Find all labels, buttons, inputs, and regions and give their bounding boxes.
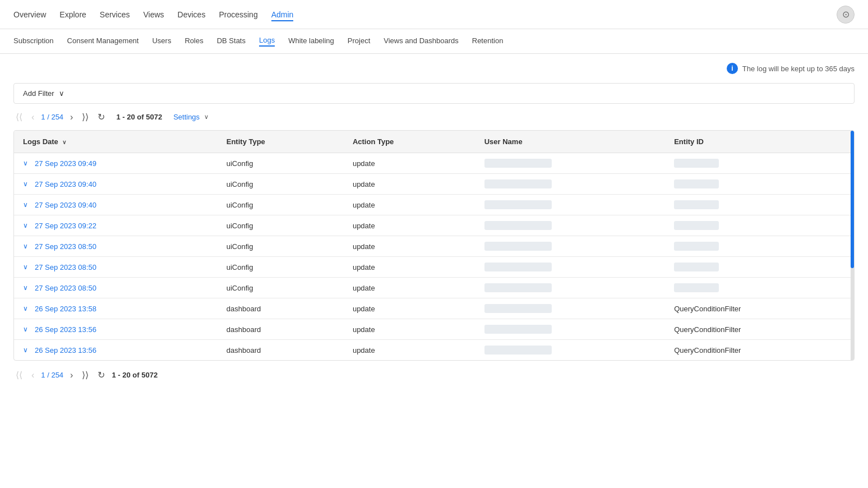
col-entity-type: Entity Type xyxy=(218,131,344,153)
prev-page-button[interactable]: ‹ xyxy=(29,111,36,123)
scrollbar[interactable] xyxy=(851,131,854,360)
entity-id-blurred xyxy=(674,221,719,230)
entity-id-cell: QueryConditionFilter xyxy=(665,319,854,340)
col-logs-date[interactable]: Logs Date ∨ xyxy=(14,131,218,153)
info-icon: i xyxy=(727,63,738,74)
user-name-blurred xyxy=(484,263,552,271)
expand-date-cell: ∨ 27 Sep 2023 08:50 xyxy=(23,242,209,251)
row-expand-button[interactable]: ∨ xyxy=(23,325,28,333)
action-type-cell: update xyxy=(344,278,475,298)
main-content: i The log will be kept up to 365 days Ad… xyxy=(0,54,868,390)
entity-type-cell: uiConfig xyxy=(218,174,344,195)
row-expand-button[interactable]: ∨ xyxy=(23,346,28,354)
row-expand-button[interactable]: ∨ xyxy=(23,284,28,292)
bottom-next-page-button[interactable]: › xyxy=(68,369,75,381)
subnav-logs[interactable]: Logs xyxy=(259,36,275,47)
user-name-cell xyxy=(475,215,666,236)
nav-views[interactable]: Views xyxy=(144,8,164,21)
subnav-db-stats[interactable]: DB Stats xyxy=(217,36,246,46)
filter-bar[interactable]: Add Filter ∨ xyxy=(13,83,855,104)
subnav-roles[interactable]: Roles xyxy=(184,36,203,46)
expand-date-cell: ∨ 26 Sep 2023 13:56 xyxy=(23,346,209,355)
col-action-type: Action Type xyxy=(344,131,475,153)
subnav-consent-management[interactable]: Consent Management xyxy=(67,36,139,46)
subnav-subscription[interactable]: Subscription xyxy=(13,36,54,46)
row-expand-button[interactable]: ∨ xyxy=(23,305,28,312)
top-nav: Overview Explore Services Views Devices … xyxy=(0,0,868,29)
row-expand-button[interactable]: ∨ xyxy=(23,201,28,209)
expand-date-cell: ∨ 26 Sep 2023 13:58 xyxy=(23,305,209,313)
expand-date-cell: ∨ 27 Sep 2023 09:49 xyxy=(23,159,209,168)
user-name-blurred xyxy=(484,325,552,334)
entity-id-cell: QueryConditionFilter xyxy=(665,298,854,319)
user-name-blurred xyxy=(484,200,552,209)
expand-date-cell: ∨ 27 Sep 2023 09:22 xyxy=(23,222,209,230)
user-name-blurred xyxy=(484,179,552,188)
action-type-cell: update xyxy=(344,215,475,236)
info-bar: i The log will be kept up to 365 days xyxy=(13,63,855,74)
user-name-blurred xyxy=(484,346,552,355)
user-name-blurred xyxy=(484,221,552,230)
row-expand-button[interactable]: ∨ xyxy=(23,242,28,250)
log-date: 27 Sep 2023 08:50 xyxy=(35,242,96,251)
subnav-white-labeling[interactable]: White labeling xyxy=(288,36,334,46)
nav-devices[interactable]: Devices xyxy=(178,8,206,21)
action-type-cell: update xyxy=(344,195,475,215)
settings-link[interactable]: Settings xyxy=(173,113,200,121)
table-row: ∨ 27 Sep 2023 09:22 uiConfigupdate xyxy=(14,215,854,236)
table-row: ∨ 27 Sep 2023 08:50 uiConfigupdate xyxy=(14,236,854,257)
user-name-blurred xyxy=(484,242,552,251)
entity-type-cell: uiConfig xyxy=(218,195,344,215)
bottom-refresh-button[interactable]: ↻ xyxy=(95,369,107,381)
subnav-views-dashboards[interactable]: Views and Dashboards xyxy=(384,36,458,46)
first-page-button[interactable]: ⟨⟨ xyxy=(13,111,25,123)
nav-overview[interactable]: Overview xyxy=(13,8,46,21)
action-type-cell: update xyxy=(344,257,475,278)
nav-explore[interactable]: Explore xyxy=(59,8,86,21)
expand-date-cell: ∨ 27 Sep 2023 09:40 xyxy=(23,201,209,209)
bottom-page-current: 1 / 254 xyxy=(41,371,63,379)
sub-nav: Subscription Consent Management Users Ro… xyxy=(0,29,868,54)
subnav-retention[interactable]: Retention xyxy=(472,36,504,46)
logs-table-container: Logs Date ∨ Entity Type Action Type User… xyxy=(13,130,855,361)
refresh-button[interactable]: ↻ xyxy=(95,111,107,123)
entity-type-cell: dashboard xyxy=(218,298,344,319)
bottom-prev-page-button[interactable]: ‹ xyxy=(29,369,36,381)
next-page-button[interactable]: › xyxy=(68,111,75,123)
expand-date-cell: ∨ 27 Sep 2023 08:50 xyxy=(23,263,209,271)
expand-date-cell: ∨ 26 Sep 2023 13:56 xyxy=(23,325,209,334)
row-expand-button[interactable]: ∨ xyxy=(23,263,28,271)
entity-type-cell: dashboard xyxy=(218,319,344,340)
entity-type-cell: uiConfig xyxy=(218,257,344,278)
entity-id-cell xyxy=(665,195,854,215)
bottom-first-page-button[interactable]: ⟨⟨ xyxy=(13,369,25,381)
user-name-blurred xyxy=(484,159,552,168)
log-date: 27 Sep 2023 08:50 xyxy=(35,284,96,292)
nav-admin[interactable]: Admin xyxy=(271,8,294,21)
subnav-project[interactable]: Project xyxy=(348,36,370,46)
subnav-users[interactable]: Users xyxy=(152,36,171,46)
nav-processing[interactable]: Processing xyxy=(219,8,257,21)
user-avatar[interactable]: ⊙ xyxy=(837,6,855,24)
log-date: 27 Sep 2023 08:50 xyxy=(35,263,96,271)
user-name-blurred xyxy=(484,304,552,313)
pagination-bottom: ⟨⟨ ‹ 1 / 254 › ⟩⟩ ↻ 1 - 20 of 5072 xyxy=(13,369,855,381)
log-date: 27 Sep 2023 09:49 xyxy=(35,159,96,168)
nav-services[interactable]: Services xyxy=(100,8,130,21)
table-row: ∨ 26 Sep 2023 13:58 dashboardupdate Quer… xyxy=(14,298,854,319)
log-date: 26 Sep 2023 13:56 xyxy=(35,325,96,334)
row-expand-button[interactable]: ∨ xyxy=(23,180,28,188)
entity-id-blurred xyxy=(674,159,719,168)
entity-id-cell xyxy=(665,215,854,236)
last-page-button[interactable]: ⟩⟩ xyxy=(80,111,91,123)
bottom-last-page-button[interactable]: ⟩⟩ xyxy=(80,369,91,381)
expand-date-cell: ∨ 27 Sep 2023 09:40 xyxy=(23,180,209,188)
row-expand-button[interactable]: ∨ xyxy=(23,222,28,229)
log-date: 27 Sep 2023 09:22 xyxy=(35,222,96,230)
user-name-cell xyxy=(475,174,666,195)
entity-id-cell xyxy=(665,278,854,298)
row-expand-button[interactable]: ∨ xyxy=(23,159,28,167)
entity-id-blurred xyxy=(674,200,719,209)
table-row: ∨ 27 Sep 2023 09:49 uiConfigupdate xyxy=(14,153,854,174)
log-date: 27 Sep 2023 09:40 xyxy=(35,201,96,209)
